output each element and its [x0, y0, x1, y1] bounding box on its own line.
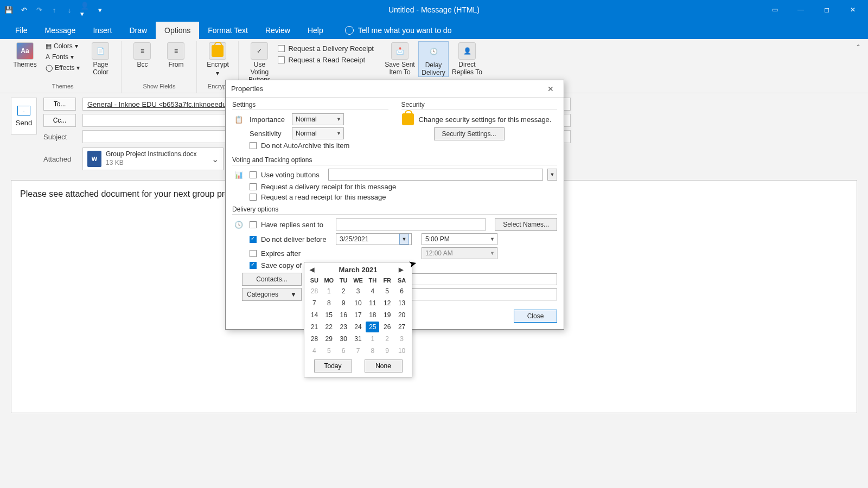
calendar-day[interactable]: 9 [337, 298, 350, 309]
calendar-day[interactable]: 17 [352, 310, 365, 320]
request-delivery-receipt[interactable]: Request a Delivery Receipt [278, 43, 374, 54]
tell-me[interactable]: Tell me what you want to do [339, 22, 458, 39]
redo-icon[interactable]: ↷ [35, 5, 43, 14]
cc-button[interactable]: Cc... [43, 114, 76, 127]
direct-replies-button[interactable]: 👤Direct Replies To [452, 41, 482, 76]
calendar-day[interactable]: 10 [352, 298, 365, 309]
up-arrow-icon[interactable]: ↑ [50, 5, 59, 14]
page-color-button[interactable]: 📄 Page Color [85, 41, 116, 76]
contacts-button[interactable]: Contacts... [242, 273, 302, 286]
delivery-receipt-checkbox[interactable] [250, 183, 257, 190]
tab-help[interactable]: Help [299, 22, 332, 39]
tab-message[interactable]: Message [36, 22, 85, 39]
calendar-day[interactable]: 7 [308, 298, 321, 309]
request-read-receipt[interactable]: Request a Read Receipt [278, 55, 374, 65]
voting-dropdown-button[interactable]: ▼ [547, 169, 557, 181]
calendar-day[interactable]: 28 [308, 333, 321, 344]
calendar-day[interactable]: 4 [366, 286, 379, 297]
close-button[interactable]: Close [514, 310, 557, 323]
calendar-day[interactable]: 3 [352, 286, 365, 297]
qat-more-icon[interactable]: ▾ [95, 5, 104, 14]
delay-delivery-button[interactable]: 🕓Delay Delivery [418, 41, 449, 77]
to-button[interactable]: To... [43, 98, 76, 111]
bcc-button[interactable]: ≡Bcc [127, 41, 157, 68]
deliver-time-combo[interactable]: 5:00 PM ▼ [422, 233, 497, 245]
calendar-day[interactable]: 12 [380, 298, 394, 309]
calendar-day[interactable]: 2 [337, 286, 350, 297]
calendar-day[interactable]: 6 [395, 286, 409, 297]
calendar-day[interactable]: 21 [308, 322, 321, 332]
next-month-button[interactable]: ▶ [399, 266, 406, 273]
have-replies-input[interactable] [336, 219, 486, 230]
calendar-day[interactable]: 8 [366, 345, 379, 356]
select-names-button[interactable]: Select Names... [495, 218, 557, 231]
checkbox-icon[interactable] [278, 45, 285, 52]
calendar-day[interactable]: 18 [366, 310, 379, 320]
collapse-ribbon-button[interactable]: ⌃ [853, 41, 864, 93]
prev-month-button[interactable]: ◀ [310, 266, 317, 273]
importance-combo[interactable]: Normal▼ [292, 113, 344, 125]
ribbon-display-icon[interactable]: ▭ [764, 2, 786, 17]
chevron-down-icon[interactable]: ⌄ [212, 154, 219, 164]
date-dropdown-button[interactable]: ▼ [399, 234, 409, 245]
autoarchive-checkbox[interactable] [250, 142, 257, 149]
calendar-day[interactable]: 4 [308, 345, 321, 356]
minimize-button[interactable]: — [790, 2, 812, 17]
tab-options[interactable]: Options [156, 22, 199, 39]
read-receipt-checkbox[interactable] [250, 194, 257, 201]
tab-insert[interactable]: Insert [84, 22, 120, 39]
calendar-day[interactable]: 29 [322, 333, 336, 344]
expires-time-combo[interactable]: 12:00 AM ▼ [422, 247, 497, 259]
calendar-day[interactable]: 24 [352, 322, 365, 332]
checkbox-icon[interactable] [278, 56, 285, 63]
calendar-day[interactable]: 31 [352, 333, 365, 344]
sensitivity-combo[interactable]: Normal▼ [292, 127, 344, 139]
none-button[interactable]: None [365, 359, 403, 373]
send-button[interactable]: Send [11, 98, 37, 134]
calendar-day[interactable]: 20 [395, 310, 409, 320]
tab-file[interactable]: File [7, 22, 36, 39]
today-button[interactable]: Today [314, 359, 352, 373]
person-icon[interactable]: 👤▾ [80, 5, 89, 14]
calendar-day[interactable]: 5 [380, 286, 394, 297]
calendar-day[interactable]: 11 [366, 298, 379, 309]
calendar-day[interactable]: 30 [337, 333, 350, 344]
calendar-day[interactable]: 28 [308, 286, 321, 297]
expires-checkbox[interactable] [250, 250, 257, 257]
voting-buttons-button[interactable]: ✓Use Voting Buttons [244, 41, 275, 84]
save-sent-button[interactable]: 📩Save Sent Item To [385, 41, 415, 76]
down-arrow-icon[interactable]: ↓ [65, 5, 74, 14]
have-replies-checkbox[interactable] [250, 221, 257, 228]
security-settings-button[interactable]: Security Settings... [434, 127, 505, 140]
save-copy-checkbox[interactable] [250, 262, 257, 269]
calendar-day[interactable]: 27 [395, 322, 409, 332]
dialog-close-button[interactable]: ✕ [543, 82, 558, 95]
effects-button[interactable]: ◯Effects ▾ [43, 63, 82, 73]
attachment-chip[interactable]: W Group Project Instructions.docx 13 KB … [82, 147, 224, 170]
tab-format-text[interactable]: Format Text [199, 22, 257, 39]
colors-button[interactable]: ▦Colors ▾ [43, 41, 82, 51]
calendar-day[interactable]: 23 [337, 322, 350, 332]
calendar-day[interactable]: 1 [322, 286, 336, 297]
calendar-day[interactable]: 15 [322, 310, 336, 320]
tab-draw[interactable]: Draw [120, 22, 156, 39]
voting-input[interactable] [328, 169, 543, 181]
calendar-day[interactable]: 26 [380, 322, 394, 332]
undo-icon[interactable]: ↶ [20, 5, 28, 14]
calendar-day[interactable]: 16 [337, 310, 350, 320]
calendar-day[interactable]: 1 [366, 333, 379, 344]
close-window-button[interactable]: ✕ [842, 2, 864, 17]
calendar-day[interactable]: 9 [380, 345, 394, 356]
calendar-day[interactable]: 25 [366, 322, 379, 332]
encrypt-button[interactable]: Encrypt▾ [202, 41, 233, 77]
maximize-button[interactable]: ◻ [816, 2, 838, 17]
save-icon[interactable]: 💾 [4, 5, 13, 14]
do-not-deliver-checkbox[interactable] [250, 236, 257, 243]
calendar-day[interactable]: 22 [322, 322, 336, 332]
calendar-day[interactable]: 7 [352, 345, 365, 356]
calendar-day[interactable]: 5 [322, 345, 336, 356]
categories-button[interactable]: Categories▼ [242, 288, 302, 301]
themes-button[interactable]: Aa Themes [10, 41, 40, 68]
calendar-day[interactable]: 6 [337, 345, 350, 356]
calendar-day[interactable]: 2 [380, 333, 394, 344]
